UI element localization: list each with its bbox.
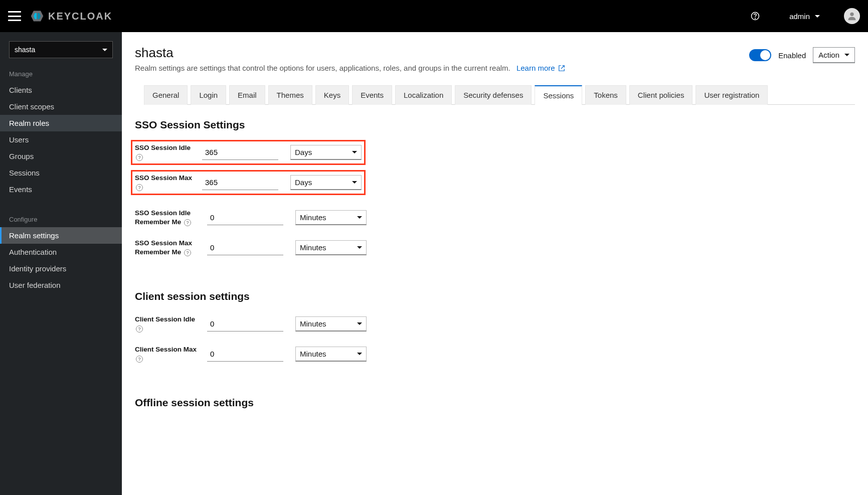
sidebar-section-configure: Configure (0, 211, 122, 227)
page-title: shasta (135, 45, 565, 61)
realm-selector[interactable]: shasta (9, 41, 113, 58)
chevron-down-icon (357, 216, 362, 219)
user-menu[interactable]: admin (789, 12, 820, 21)
tabs: General Login Email Themes Keys Events L… (144, 85, 855, 105)
row-client-session-max: Client Session Max ? Minutes (135, 342, 855, 367)
unit-select-sso-idle[interactable]: Days (290, 145, 362, 160)
unit-select-sso-max-rm[interactable]: Minutes (295, 240, 367, 255)
topbar: KEYCLOAK admin (0, 0, 868, 32)
brand: KEYCLOAK (30, 9, 112, 23)
help-icon[interactable]: ? (184, 219, 191, 226)
realm-selected: shasta (15, 46, 35, 54)
label-sso-max-remember-me: SSO Session Max Remember Me ? (135, 239, 200, 257)
chevron-down-icon (844, 54, 849, 56)
tab-tokens[interactable]: Tokens (585, 85, 626, 105)
tab-email[interactable]: Email (229, 85, 265, 105)
tab-security-defenses[interactable]: Security defenses (455, 85, 532, 105)
input-sso-max-remember-me[interactable] (207, 240, 283, 255)
sidebar-section-manage: Manage (0, 65, 122, 82)
row-sso-session-max: SSO Session Max ? Days (131, 170, 366, 195)
page-description: Realm settings are settings that control… (135, 64, 565, 73)
tab-themes[interactable]: Themes (268, 85, 312, 105)
enabled-label: Enabled (778, 51, 806, 60)
chevron-down-icon (357, 322, 362, 325)
sidebar-item-client-scopes[interactable]: Client scopes (0, 98, 122, 115)
menu-toggle-icon[interactable] (8, 11, 21, 21)
row-sso-session-idle: SSO Session Idle ? Days (131, 140, 366, 165)
chevron-down-icon (352, 181, 357, 184)
tab-client-policies[interactable]: Client policies (629, 85, 693, 105)
input-sso-idle-remember-me[interactable] (207, 210, 283, 225)
sidebar-item-user-federation[interactable]: User federation (0, 277, 122, 293)
section-offline-title: Offline session settings (135, 397, 855, 409)
keycloak-logo-icon (30, 9, 44, 23)
enabled-toggle[interactable] (749, 49, 771, 61)
label-client-session-idle: Client Session Idle ? (135, 315, 200, 333)
tab-user-registration[interactable]: User registration (696, 85, 768, 105)
sidebar-item-users[interactable]: Users (0, 131, 122, 148)
row-client-session-idle: Client Session Idle ? Minutes (135, 311, 855, 337)
tab-localization[interactable]: Localization (395, 85, 452, 105)
sidebar-item-identity-providers[interactable]: Identity providers (0, 260, 122, 277)
svg-point-4 (755, 18, 756, 19)
tab-keys[interactable]: Keys (315, 85, 349, 105)
help-icon[interactable]: ? (136, 184, 143, 191)
label-sso-session-idle: SSO Session Idle ? (135, 143, 195, 161)
label-client-session-max: Client Session Max ? (135, 345, 200, 363)
input-sso-session-max[interactable] (202, 175, 278, 190)
sidebar-item-clients[interactable]: Clients (0, 82, 122, 98)
help-icon[interactable]: ? (136, 154, 143, 161)
unit-select-sso-max[interactable]: Days (290, 175, 362, 190)
sidebar-item-realm-roles[interactable]: Realm roles (0, 115, 122, 131)
help-icon[interactable] (750, 11, 760, 21)
help-icon[interactable]: ? (136, 356, 143, 363)
sidebar: shasta Manage Clients Client scopes Real… (0, 32, 122, 495)
tab-login[interactable]: Login (191, 85, 226, 105)
unit-select-client-max[interactable]: Minutes (295, 347, 367, 362)
chevron-down-icon (102, 49, 107, 51)
sidebar-item-authentication[interactable]: Authentication (0, 244, 122, 260)
input-client-session-max[interactable] (207, 347, 283, 362)
input-client-session-idle[interactable] (207, 316, 283, 332)
section-client-title: Client session settings (135, 290, 855, 302)
tab-sessions[interactable]: Sessions (535, 85, 582, 105)
help-icon[interactable]: ? (184, 249, 191, 256)
chevron-down-icon (357, 353, 362, 355)
brand-text: KEYCLOAK (48, 11, 112, 22)
action-dropdown[interactable]: Action (813, 47, 855, 63)
tab-general[interactable]: General (144, 85, 188, 105)
unit-select-client-idle[interactable]: Minutes (295, 316, 367, 332)
row-sso-max-remember-me: SSO Session Max Remember Me ? Minutes (135, 235, 855, 260)
section-sso-title: SSO Session Settings (135, 119, 855, 131)
svg-marker-0 (31, 11, 44, 22)
user-label: admin (789, 12, 810, 21)
sidebar-item-events[interactable]: Events (0, 181, 122, 198)
sidebar-item-sessions[interactable]: Sessions (0, 164, 122, 181)
avatar[interactable] (844, 8, 860, 24)
label-sso-idle-remember-me: SSO Session Idle Remember Me ? (135, 209, 200, 227)
external-link-icon (558, 65, 565, 73)
chevron-down-icon (815, 15, 820, 18)
main-content: shasta Realm settings are settings that … (122, 32, 868, 495)
chevron-down-icon (357, 246, 362, 249)
chevron-down-icon (352, 151, 357, 153)
input-sso-session-idle[interactable] (202, 145, 278, 160)
svg-point-5 (850, 13, 853, 16)
unit-select-sso-idle-rm[interactable]: Minutes (295, 210, 367, 225)
sidebar-item-groups[interactable]: Groups (0, 148, 122, 164)
help-icon[interactable]: ? (136, 325, 143, 333)
row-sso-idle-remember-me: SSO Session Idle Remember Me ? Minutes (135, 205, 855, 230)
label-sso-session-max: SSO Session Max ? (135, 174, 195, 192)
tab-events[interactable]: Events (352, 85, 392, 105)
learn-more-link[interactable]: Learn more (516, 64, 565, 72)
sidebar-item-realm-settings[interactable]: Realm settings (0, 227, 122, 244)
